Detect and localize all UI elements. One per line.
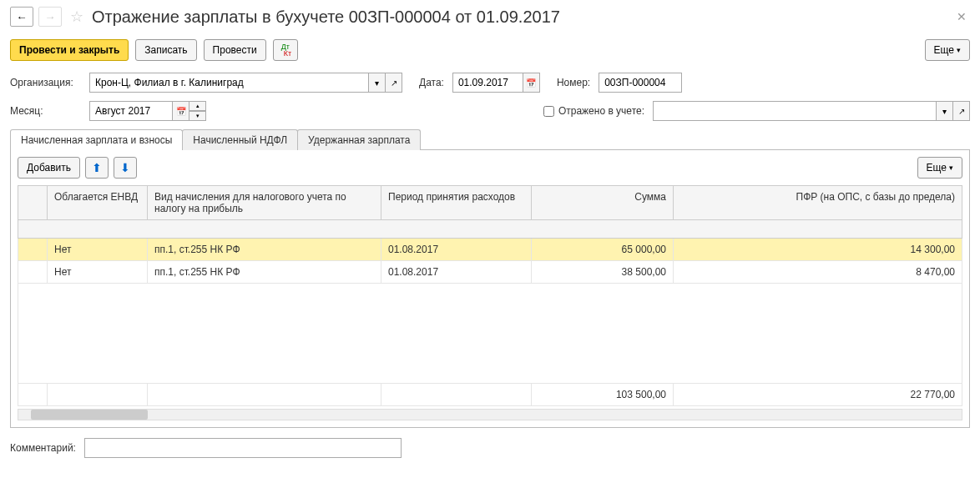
- col-type: Вид начисления для налогового учета по н…: [148, 186, 381, 220]
- totals-row: 103 500,00 22 770,00: [18, 384, 962, 406]
- table-row[interactable]: Нет пп.1, ст.255 НК РФ 01.08.2017 65 000…: [18, 239, 962, 261]
- month-picker-button[interactable]: 📅: [173, 101, 189, 121]
- chevron-down-icon: ▾: [957, 46, 961, 54]
- page-title: Отражение зарплаты в бухучете 00ЗП-00000…: [92, 8, 948, 27]
- back-button[interactable]: ←: [10, 7, 33, 27]
- favorite-star-icon[interactable]: ☆: [70, 8, 83, 26]
- panel-more-label: Еще: [927, 162, 947, 174]
- tab-accrued-ndfl[interactable]: Начисленный НДФЛ: [182, 129, 298, 150]
- accruals-table: Облагается ЕНВД Вид начисления для налог…: [18, 185, 962, 406]
- scrollbar-thumb[interactable]: [31, 410, 148, 420]
- arrow-left-icon: ←: [16, 11, 27, 23]
- move-up-button[interactable]: ⬆: [85, 157, 109, 179]
- chevron-down-icon: ▾: [942, 107, 947, 116]
- cell-period: 01.08.2017: [381, 261, 532, 284]
- open-icon: ↗: [958, 107, 965, 116]
- open-icon: ↗: [391, 78, 397, 88]
- month-label: Месяц:: [10, 105, 81, 117]
- chevron-down-icon: ▾: [375, 78, 379, 88]
- org-label: Организация:: [10, 77, 81, 88]
- chevron-down-icon: ▾: [196, 113, 200, 119]
- reflected-checkbox[interactable]: [543, 106, 554, 117]
- org-open-button[interactable]: ↗: [386, 73, 402, 93]
- number-input[interactable]: [599, 73, 682, 93]
- cell-type: пп.1, ст.255 НК РФ: [148, 261, 381, 284]
- col-number: [18, 186, 48, 220]
- forward-button[interactable]: →: [38, 7, 62, 27]
- month-up-button[interactable]: ▴: [189, 101, 206, 111]
- calendar-icon: 📅: [176, 107, 186, 116]
- post-button[interactable]: Провести: [204, 39, 266, 61]
- number-label: Номер:: [557, 77, 590, 88]
- cell-pfr: 14 300,00: [674, 239, 962, 261]
- horizontal-scrollbar[interactable]: [18, 409, 962, 420]
- cell-pfr: 8 470,00: [674, 261, 962, 284]
- arrow-right-icon: →: [44, 11, 55, 23]
- date-input[interactable]: [452, 73, 523, 93]
- cell-sum: 38 500,00: [532, 261, 674, 284]
- tab-accrued-salary[interactable]: Начисленная зарплата и взносы: [10, 129, 183, 150]
- date-label: Дата:: [419, 77, 444, 88]
- calendar-icon: 📅: [526, 78, 536, 88]
- month-down-button[interactable]: ▾: [189, 111, 206, 121]
- reflected-label: Отражено в учете:: [558, 105, 644, 117]
- col-pfr: ПФР (на ОПС, с базы до предела): [674, 186, 962, 220]
- col-envd: Облагается ЕНВД: [48, 186, 148, 220]
- arrow-up-icon: ⬆: [92, 161, 102, 174]
- dtkt-icon: Дт Кт: [280, 43, 291, 57]
- org-dropdown-button[interactable]: ▾: [369, 73, 386, 93]
- post-and-close-button[interactable]: Провести и закрыть: [10, 39, 129, 61]
- arrow-down-icon: ⬇: [120, 161, 130, 174]
- table-row[interactable]: Нет пп.1, ст.255 НК РФ 01.08.2017 38 500…: [18, 261, 962, 284]
- tab-withheld-salary[interactable]: Удержанная зарплата: [297, 129, 421, 150]
- more-button[interactable]: Еще ▾: [925, 39, 970, 61]
- cell-sum: 65 000,00: [532, 239, 674, 261]
- reflected-open-button[interactable]: ↗: [953, 101, 970, 121]
- chevron-down-icon: ▾: [949, 164, 953, 172]
- month-input[interactable]: [89, 101, 173, 121]
- cell-type: пп.1, ст.255 НК РФ: [148, 239, 381, 261]
- cell-envd: Нет: [48, 261, 148, 284]
- comment-input[interactable]: [84, 438, 402, 458]
- reflected-input[interactable]: [653, 101, 937, 121]
- add-row-button[interactable]: Добавить: [18, 157, 80, 179]
- close-icon[interactable]: ✕: [953, 10, 970, 23]
- org-input[interactable]: [89, 73, 369, 93]
- comment-label: Комментарий:: [10, 442, 76, 454]
- cell-envd: Нет: [48, 239, 148, 261]
- reflected-dropdown-button[interactable]: ▾: [937, 101, 953, 121]
- cell-period: 01.08.2017: [381, 239, 532, 261]
- save-button[interactable]: Записать: [135, 39, 196, 61]
- date-picker-button[interactable]: 📅: [523, 73, 540, 93]
- total-pfr: 22 770,00: [674, 384, 962, 406]
- more-label: Еще: [934, 44, 954, 56]
- empty-rows: [18, 284, 962, 384]
- col-period: Период принятия расходов: [381, 186, 532, 220]
- dtkt-button[interactable]: Дт Кт: [273, 39, 298, 61]
- move-down-button[interactable]: ⬇: [114, 157, 137, 179]
- chevron-up-icon: ▴: [196, 103, 200, 109]
- col-sum: Сумма: [532, 186, 674, 220]
- panel-more-button[interactable]: Еще ▾: [917, 157, 962, 179]
- total-sum: 103 500,00: [532, 384, 674, 406]
